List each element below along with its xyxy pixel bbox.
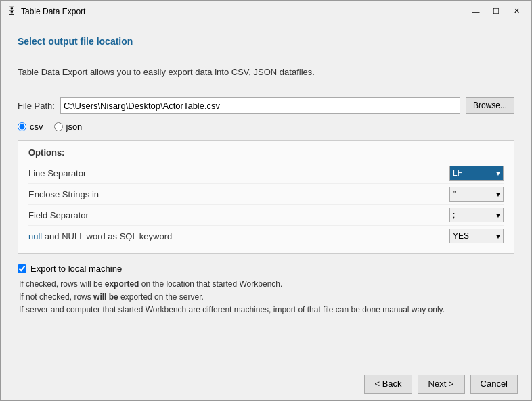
- format-row: csv json: [18, 122, 514, 132]
- options-group: Options: Line Separator LF CRLF CR ▼ Enc…: [18, 140, 514, 254]
- line-separator-label: Line Separator: [28, 168, 86, 179]
- window-title: Table Data Export: [21, 7, 466, 16]
- main-window: 🗄 Table Data Export — ☐ ✕ Select output …: [0, 0, 532, 401]
- field-separator-row: Field Separator ; , tab ▼: [28, 205, 504, 226]
- description-text: Table Data Export allows you to easily e…: [18, 60, 514, 84]
- field-separator-label: Field Separator: [28, 210, 89, 220]
- back-button[interactable]: < Back: [364, 375, 412, 394]
- null-keyword-row: null and NULL word as SQL keyword YES NO…: [28, 226, 504, 246]
- json-radio-option[interactable]: json: [54, 122, 83, 132]
- export-checkbox-row: Export to local machine: [18, 264, 514, 274]
- options-title: Options:: [28, 147, 504, 158]
- null-keyword-select-wrapper: YES NO ▼: [449, 229, 504, 243]
- footer: < Back Next > Cancel: [1, 367, 531, 400]
- field-separator-select[interactable]: ; , tab: [449, 208, 504, 222]
- file-path-row: File Path: Browse...: [18, 97, 514, 114]
- null-keyword-label: null and NULL word as SQL keyword: [28, 231, 172, 241]
- next-button[interactable]: Next >: [418, 375, 465, 394]
- export-local-label: Export to local machine: [30, 264, 122, 274]
- will-be-highlight: will be: [93, 292, 118, 302]
- line-separator-select[interactable]: LF CRLF CR: [449, 166, 504, 181]
- exported-highlight: exported: [105, 279, 139, 289]
- window-icon: 🗄: [6, 6, 17, 17]
- section-title: Select output file location: [18, 36, 514, 47]
- close-button[interactable]: ✕: [507, 4, 526, 19]
- enclose-strings-select[interactable]: " ' none: [449, 187, 504, 202]
- csv-radio-option[interactable]: csv: [18, 122, 43, 132]
- enclose-strings-label: Enclose Strings in: [28, 189, 99, 199]
- null-text: null: [28, 231, 42, 241]
- json-radio[interactable]: [54, 122, 63, 131]
- export-local-checkbox[interactable]: [18, 264, 26, 273]
- csv-label: csv: [30, 122, 43, 132]
- title-controls: — ☐ ✕: [466, 4, 526, 19]
- minimize-button[interactable]: —: [466, 4, 485, 19]
- enclose-strings-row: Enclose Strings in " ' none ▼: [28, 184, 504, 205]
- browse-button[interactable]: Browse...: [466, 97, 514, 114]
- null-keyword-select[interactable]: YES NO: [449, 229, 504, 243]
- title-bar: 🗄 Table Data Export — ☐ ✕: [1, 1, 531, 22]
- file-path-label: File Path:: [18, 101, 55, 111]
- json-label: json: [66, 122, 83, 132]
- field-separator-select-wrapper: ; , tab ▼: [449, 208, 504, 222]
- cancel-button[interactable]: Cancel: [470, 375, 518, 394]
- file-path-input[interactable]: [60, 97, 460, 114]
- maximize-button[interactable]: ☐: [487, 4, 506, 19]
- export-info-text: If checked, rows will be exported on the…: [18, 278, 514, 317]
- content-area: Select output file location Table Data E…: [1, 22, 531, 367]
- csv-radio[interactable]: [18, 122, 26, 131]
- line-separator-row: Line Separator LF CRLF CR ▼: [28, 163, 504, 184]
- enclose-strings-select-wrapper: " ' none ▼: [449, 187, 504, 202]
- line-separator-select-wrapper: LF CRLF CR ▼: [449, 166, 504, 181]
